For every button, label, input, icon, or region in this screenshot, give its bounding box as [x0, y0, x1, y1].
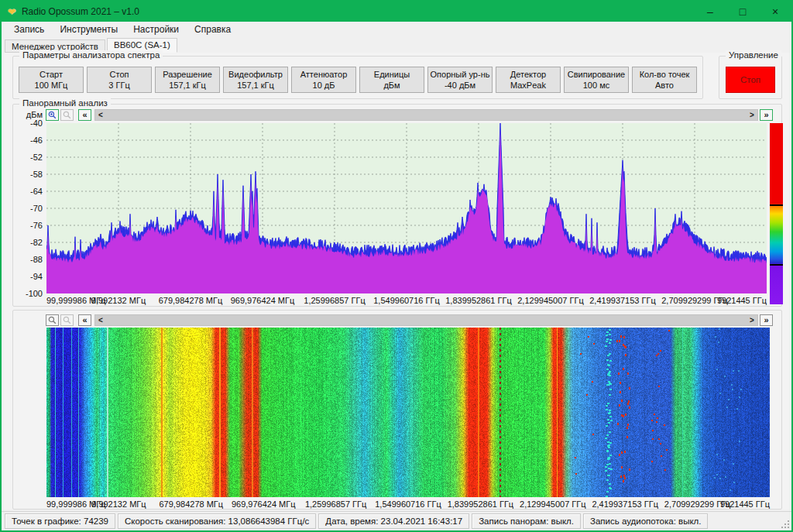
- zoom-in-button[interactable]: [46, 109, 59, 121]
- param-value: 100 МГц: [35, 80, 68, 91]
- tab-page-bb60c: Параметры анализатора спектра Старт100 М…: [3, 53, 790, 510]
- waterfall-group: « < > » 99,999986 МГц9,992132 МГц679,984…: [12, 310, 782, 510]
- y-axis-tick-label: -40: [13, 118, 43, 128]
- zoom-out-button[interactable]: [60, 109, 74, 121]
- control-group-title: Управление: [726, 50, 781, 60]
- param-label: Аттенюатор: [300, 69, 348, 80]
- menu-item-record[interactable]: Запись: [6, 22, 52, 36]
- param-value: 157,1 кГц: [169, 80, 206, 91]
- spectrum-params-group: Параметры анализатора спектра Старт100 М…: [12, 56, 703, 99]
- x-axis-tick-label: 1,549960716 ГГц: [373, 296, 440, 305]
- zoom-in-icon: [48, 111, 57, 119]
- param-label: Свипирование: [568, 69, 625, 80]
- param-label: Разрешение: [163, 69, 212, 80]
- spectrum-y-axis: -40-46-52-58-64-70-76-82-88-94-100: [13, 123, 44, 293]
- param-button-stop[interactable]: Стоп3 ГГц: [87, 67, 152, 93]
- x-axis-tick-label: 9921445 ГГц: [717, 296, 767, 305]
- param-button-detector[interactable]: ДетекторMaxPeak: [496, 67, 561, 93]
- param-label: Старт: [39, 69, 63, 80]
- zoom-in-icon: [48, 316, 57, 324]
- x-axis-tick-label: 2,129945007 ГГц: [520, 499, 586, 509]
- param-button-video-filter[interactable]: Видеофильтр157,1 кГц: [223, 67, 288, 93]
- waterfall-toolbar: « < > »: [19, 314, 774, 326]
- x-axis-tick-label: 2,419937153 ГГц: [589, 296, 656, 305]
- param-button-units[interactable]: ЕдиницыдБм: [359, 67, 424, 93]
- waterfall-zoom-in-button[interactable]: [46, 314, 59, 326]
- x-axis-tick-label: 2,129945007 ГГц: [517, 296, 584, 305]
- scroll-left-arrow[interactable]: <: [95, 110, 106, 120]
- spectrum-x-axis: 99,999986 МГц9,992132 МГц679,984278 МГц9…: [46, 295, 767, 306]
- param-button-start[interactable]: Старт100 МГц: [19, 67, 84, 93]
- waterfall-x-axis: 99,999986 МГц9,992132 МГц679,984278 МГц9…: [46, 499, 770, 510]
- minimize-button[interactable]: –: [694, 2, 726, 22]
- status-panorama-recording: Запись панорам: выкл.: [472, 513, 581, 529]
- y-axis-tick-label: -52: [13, 153, 43, 162]
- waterfall-pan-far-left-button[interactable]: «: [78, 314, 91, 326]
- x-axis-tick-label: 1,839952861 ГГц: [448, 499, 514, 509]
- waterfall-pan-far-right-button[interactable]: »: [760, 314, 773, 326]
- colorbar-threshold-marker[interactable]: [770, 264, 783, 266]
- stop-scan-button[interactable]: Стоп: [726, 67, 775, 93]
- param-value: -40 дБм: [445, 80, 475, 91]
- x-axis-tick-label: 1,549960716 ГГц: [375, 499, 441, 509]
- scroll-left-arrow[interactable]: <: [95, 315, 106, 325]
- param-value: дБм: [383, 80, 400, 91]
- spectrum-params-group-title: Параметры анализатора спектра: [19, 50, 163, 60]
- y-axis-tick-label: -64: [13, 187, 43, 196]
- y-axis-tick-label: -82: [13, 238, 43, 247]
- close-button[interactable]: ×: [759, 2, 791, 22]
- y-axis-tick-label: -100: [13, 289, 43, 298]
- pan-far-left-button[interactable]: «: [78, 109, 91, 121]
- statusbar: Точек в графике: 74239Скорость сканирова…: [2, 511, 791, 530]
- app-window: ❤ Radio Opossum 2021 – v1.0 – □ × Запись…: [0, 0, 793, 532]
- status-points-count: Точек в графике: 74239: [5, 513, 115, 529]
- pan-far-right-button[interactable]: »: [760, 109, 773, 121]
- window-title: Radio Opossum 2021 – v1.0: [22, 6, 139, 17]
- spectrum-scrollbar[interactable]: < >: [94, 109, 758, 121]
- x-axis-tick-label: 1,25996857 ГГц: [304, 296, 365, 305]
- panorama-group-title: Панорамный анализ: [19, 98, 111, 108]
- status-scan-speed: Скорость сканирования: 13,086643984 ГГц/…: [118, 513, 316, 529]
- param-button-attenuator[interactable]: Аттенюатор10 дБ: [291, 67, 356, 93]
- param-value: Авто: [655, 80, 674, 91]
- param-button-row: Старт100 МГцСтоп3 ГГцРазрешение157,1 кГц…: [13, 57, 702, 93]
- param-button-ref-level[interactable]: Опорный ур-нь-40 дБм: [427, 67, 493, 93]
- x-axis-tick-label: 9921445 ГГц: [720, 499, 770, 509]
- param-label: Видеофильтр: [228, 69, 283, 80]
- menu-item-tools[interactable]: Инструменты: [52, 22, 125, 36]
- resize-grip[interactable]: [779, 518, 789, 528]
- y-axis-tick-label: -58: [13, 170, 43, 179]
- colorbar-threshold-marker[interactable]: [770, 204, 783, 206]
- scroll-right-arrow[interactable]: >: [747, 315, 757, 325]
- zoom-out-icon: [63, 316, 71, 324]
- waterfall-scrollbar[interactable]: < >: [94, 314, 758, 326]
- param-value: 3 ГГц: [108, 80, 129, 91]
- x-axis-tick-label: 969,976424 МГц: [231, 296, 295, 305]
- param-button-sweep[interactable]: Свипирование100 мс: [564, 67, 629, 93]
- x-axis-tick-label: 9,992132 МГц: [91, 499, 146, 509]
- status-audio-recording: Запись аудиопотока: выкл.: [583, 513, 709, 529]
- param-label: Единицы: [374, 69, 410, 80]
- param-value: 157,1 кГц: [237, 80, 274, 91]
- menu-item-help[interactable]: Справка: [187, 22, 239, 36]
- param-button-resolution[interactable]: Разрешение157,1 кГц: [155, 67, 220, 93]
- param-value: 10 дБ: [313, 80, 335, 91]
- app-logo-icon: ❤: [8, 6, 16, 18]
- waterfall-zoom-out-button[interactable]: [60, 314, 74, 326]
- x-axis-tick-label: 1,839952861 ГГц: [445, 296, 512, 305]
- scroll-right-arrow[interactable]: >: [747, 110, 757, 120]
- spectrum-toolbar: дБм «: [19, 108, 774, 121]
- menu-item-settings[interactable]: Настройки: [125, 22, 187, 36]
- panorama-group: Панорамный анализ дБм: [12, 104, 782, 307]
- spectrum-plot[interactable]: [46, 123, 767, 293]
- param-label: Опорный ур-нь: [431, 69, 490, 80]
- window-controls: – □ ×: [694, 2, 791, 22]
- param-button-points-count[interactable]: Кол-во точекАвто: [632, 67, 697, 93]
- maximize-button[interactable]: □: [726, 2, 759, 22]
- waterfall-colormap-legend[interactable]: [770, 123, 783, 304]
- x-axis-tick-label: 2,419937153 ГГц: [592, 499, 658, 509]
- param-value: 100 мс: [583, 80, 609, 91]
- control-group: Управление Стоп: [719, 56, 782, 99]
- waterfall-display[interactable]: [46, 328, 770, 497]
- param-label: Стоп: [110, 69, 129, 80]
